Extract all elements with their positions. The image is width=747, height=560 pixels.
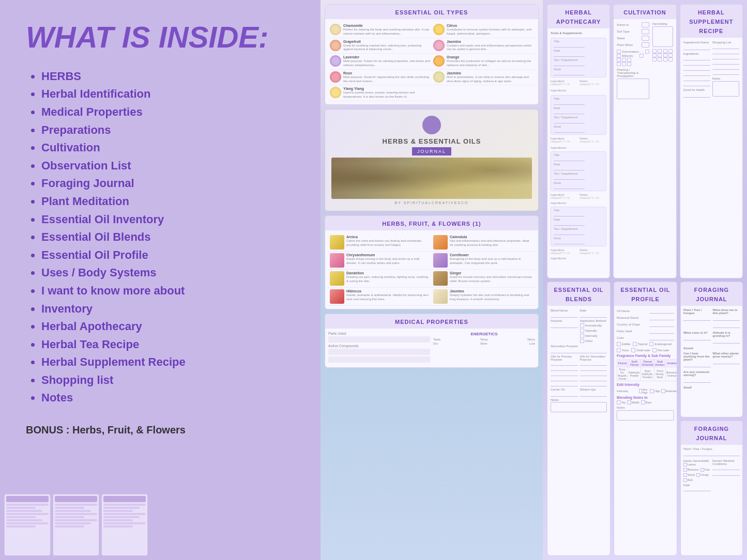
blend-notes-section: Notes — [551, 398, 607, 412]
cultivation-label-name: Name to — [617, 23, 640, 26]
foraging-label-altitude: Altitude it is growing in? — [713, 331, 740, 337]
supplement-ingredients-lines — [683, 56, 710, 86]
preview-line — [55, 507, 84, 509]
cultivation-checkbox-c1 — [617, 58, 649, 62]
cultivation-title: CULTIVATION — [623, 9, 666, 15]
apothecary-card: HERBAL APOTHECARY Tools & Supplements Ti… — [547, 4, 610, 278]
foraging-line-drew-2 — [713, 323, 740, 328]
eo-check-topical: Topical — [633, 342, 648, 346]
blending-base-label: Base — [646, 401, 651, 404]
preview-card-3 — [101, 494, 148, 556]
apothecary-field-title-4: Title — [554, 209, 585, 216]
supplement-goodfor-label: Good for health — [683, 88, 710, 91]
foraging-item-creatures: Are any creatures stirring? — [683, 370, 711, 384]
eo-check-toxic-label: Toxic — [622, 349, 629, 352]
preview-line — [103, 504, 146, 506]
eo-item-chamomile: Chamomile Perfect for relaxing the body … — [328, 22, 432, 38]
list-item: Cultivation — [41, 141, 295, 155]
eo-check-childsafe-box — [631, 348, 635, 352]
chrysanthemum-icon — [330, 253, 344, 268]
dandelion-content: Dandelion Drawing out pain, reducing wri… — [346, 271, 430, 284]
list-item: Medical Properties — [41, 105, 295, 120]
jasmine2-desc: Deeply hydrates the skin and contributes… — [450, 293, 533, 302]
secondary-oil-line-5 — [580, 382, 607, 386]
eo-blends-card: ESSENTIAL OIL BLENDS Blend Name Date Pur… — [547, 282, 611, 556]
blend-label-primary-oils: Oils for Primary Purpose — [551, 355, 578, 361]
ginger-icon — [433, 271, 448, 286]
cult-check-9 — [663, 53, 667, 57]
jasmine2-content: Jasmine Deeply hydrates the skin and con… — [450, 289, 533, 302]
foraging-body-2: Plant / Tree / Fungus Easily Harvestable… — [681, 445, 742, 494]
secondary-oil-line-3 — [580, 372, 607, 376]
right-bottom-row: ESSENTIAL OIL BLENDS Blend Name Date Pur… — [547, 282, 743, 556]
blend-col-date: Date — [580, 309, 607, 318]
foraging-lines-drew — [713, 316, 740, 329]
apothecary-helped-7: Helped? Y / N — [551, 252, 577, 255]
preview-card-1 — [4, 494, 51, 556]
cult-check-6 — [658, 57, 662, 61]
intensity-h-box — [650, 389, 654, 393]
primary-oil-line-4 — [551, 377, 578, 381]
cult-check-1 — [652, 49, 657, 53]
medical-properties-header: MEDICAL PROPERTIES — [325, 314, 538, 329]
cult-check-3 — [652, 53, 657, 57]
preview-line — [55, 525, 84, 527]
eo-profile-label-country: Country of Origin — [617, 323, 648, 326]
blend-line-carrier — [551, 392, 578, 397]
blend-label-notes: Notes — [551, 398, 607, 401]
foraging-2-weather-line-2 — [712, 472, 740, 476]
preview-line — [6, 510, 42, 512]
cultivation-header: CULTIVATION — [614, 5, 676, 19]
frag-th-soft-amber: Soft Amber — [654, 360, 666, 367]
eo-profile-row-parts: Parts Used — [617, 329, 674, 334]
apothecary-line-date-3 — [554, 166, 585, 170]
intensity-m-box — [661, 389, 665, 393]
hff-arnica: Arnica Calms the mind and leaves you fee… — [328, 234, 432, 252]
apothecary-ingredients-label-4: Ingredients: — [551, 257, 606, 260]
checkbox-germ2 — [645, 50, 649, 54]
blend-line-date — [580, 313, 607, 318]
apothecary-helped-3: Helped? Y / N — [551, 140, 577, 143]
preview-line — [103, 519, 133, 521]
energetics-temp: Temp — [480, 338, 488, 341]
intensity-row: Intensity Very High High Moderate — [617, 388, 674, 394]
foraging-line-hear — [683, 362, 711, 367]
apothecary-row-2: Ingredient Helped? Y / N Notes Helped? Y… — [551, 80, 606, 86]
calendula-content: Calendula Has anti-inflammatory and anti… — [450, 235, 533, 247]
preview-lines — [55, 504, 97, 527]
cultivation-label-water: Water — [617, 37, 640, 40]
foraging-2-grid: Easily Harvestable Leaves Blossoms — [683, 459, 740, 491]
list-item: Herbal Apothecary — [41, 319, 295, 334]
apothecary-row-4: Ingredient Helped? Y / N Notes Helped? Y… — [551, 137, 606, 143]
preview-line — [55, 504, 97, 506]
apothecary-line-title-2 — [554, 101, 585, 105]
hibiscus-icon — [330, 289, 344, 304]
primary-oils-lines — [551, 362, 578, 386]
foraging-2-date-line — [683, 487, 711, 491]
apothecary-row-3: Title Date Tea / Supplement Dose — [551, 95, 606, 135]
journal-title: HERBS & ESSENTIAL OILS — [383, 137, 481, 145]
checkbox-c1 — [617, 58, 621, 62]
cult-check-7 — [663, 49, 667, 53]
foraging-2-weather-line — [712, 466, 740, 470]
eo-types-title: ESSENTIAL OIL TYPES — [395, 9, 468, 15]
checkbox-c3 — [627, 58, 631, 62]
cultivation-planting-section: Planting / Transplanting & Propagation — [617, 68, 649, 99]
list-item: Herbal Tea Recipe — [41, 337, 295, 352]
apothecary-row-6-right: Notes Helped? Y / N — [580, 193, 606, 199]
apothecary-row-helped: Helped? Y / N — [551, 83, 577, 86]
eo-check-petsafe: Pet-safe — [652, 348, 669, 352]
foraging-body-1: Plant / Tree / Fungus What drew me to th… — [681, 306, 742, 392]
preview-line — [6, 507, 36, 509]
supplement-notes-box — [712, 81, 739, 97]
apothecary-row-4-right: Notes Helped? Y / N — [580, 137, 606, 143]
frag-td-floral: Rose, Iris, Muguet, Florals — [617, 367, 628, 381]
eo-profile-header: ESSENTIAL OIL PROFILE — [614, 282, 677, 306]
check-bark-label: Bark — [688, 478, 693, 481]
apothecary-header: HERBAL APOTHECARY — [547, 5, 609, 28]
list-item: Preparations — [41, 123, 295, 138]
arnica-content: Arnica Calms the mind and leaves you fee… — [346, 235, 430, 247]
eo-profile-checkboxes-1: Edible Topical Endangered Toxic — [617, 342, 674, 352]
preview-line — [103, 513, 146, 515]
supplement-right: Shopping List Notes — [712, 41, 739, 98]
